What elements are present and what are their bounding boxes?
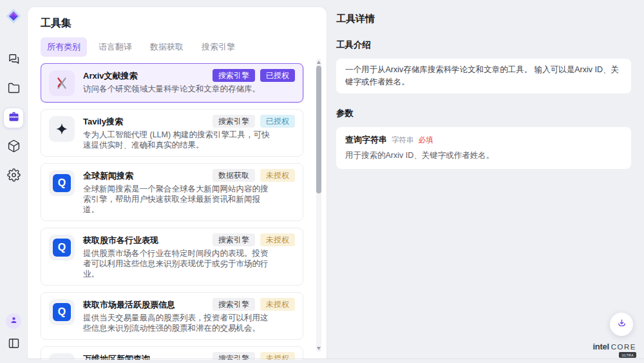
arxiv-icon xyxy=(54,75,70,91)
sidebar-item-chat[interactable] xyxy=(4,50,23,70)
tool-card[interactable]: 万维地区新闻查询 搜索引擎 未授权 查询具体行政区划内的新闻，快速了解各地新闻动 xyxy=(41,346,303,360)
panel-toggle-button[interactable] xyxy=(4,335,23,354)
tool-description: 全球新闻搜索是一个聚合全球各大新闻网站内容的搜索引擎，帮助用户快速获取全球最新资… xyxy=(83,184,295,215)
bottom-divider xyxy=(27,358,644,359)
param-name: 查询字符串 xyxy=(345,134,387,146)
cube-icon xyxy=(7,139,21,155)
toolbox-icon xyxy=(7,110,21,126)
sidebar-item-models[interactable] xyxy=(4,137,23,157)
tool-name: 全球新闻搜索 xyxy=(83,169,206,181)
user-avatar-icon xyxy=(9,315,19,328)
tool-category-badge: 搜索引擎 xyxy=(213,298,255,311)
intel-core-logo: intel core ULTRA xyxy=(593,342,636,358)
tool-auth-badge: 已授权 xyxy=(260,69,295,82)
tool-category-badge: 搜索引擎 xyxy=(213,69,255,82)
tool-auth-badge: 未授权 xyxy=(260,169,295,182)
tool-name: 获取股市各行业表现 xyxy=(83,233,206,246)
tool-description: 访问各个研究领域大量科学论文和文章的存储库。 xyxy=(83,84,295,94)
tool-icon xyxy=(49,70,75,96)
category-tab[interactable]: 语言翻译 xyxy=(92,37,138,57)
tool-name: Tavily搜索 xyxy=(83,115,206,127)
tool-description: 专为人工智能代理 (LLM) 构建的搜索引擎工具，可快速提供实时、准确和真实的结… xyxy=(83,130,295,150)
download-icon xyxy=(616,318,627,331)
tool-intro-text: 一个用于从Arxiv存储库搜索科学论文和文章的工具。 输入可以是Arxiv ID… xyxy=(336,59,631,93)
tool-auth-badge: 未授权 xyxy=(260,233,295,246)
tool-card[interactable]: Tavily搜索 搜索引擎 已授权 专为人工智能代理 (LLM) 构建的搜索引擎… xyxy=(41,109,303,157)
user-avatar[interactable] xyxy=(6,313,21,329)
qnews-icon: Q xyxy=(53,303,71,321)
parameter-item: 查询字符串 字符串 必填 用于搜索的Arxiv ID、关键字或作者姓名。 xyxy=(345,134,622,161)
toolset-panel: 工具集 所有类别语言翻译数据获取搜索引擎 Arxiv文献搜索 搜索引擎 已授权 … xyxy=(27,6,327,358)
gem-logo-icon xyxy=(5,8,22,25)
qnews-icon: Q xyxy=(53,174,71,192)
param-description: 用于搜索的Arxiv ID、关键字或作者姓名。 xyxy=(345,150,622,161)
param-type: 字符串 xyxy=(392,135,414,145)
tool-card[interactable]: Q 获取股市各行业表现 搜索引擎 未授权 提供股票市场各个行业在特定时间段内的表… xyxy=(41,228,303,286)
tool-card[interactable]: Q 获取市场最活跃股票信息 搜索引擎 未授权 提供当天交易量最高的股票列表，投资… xyxy=(41,292,303,340)
scroll-up-icon[interactable] xyxy=(317,61,321,64)
tool-auth-badge: 已授权 xyxy=(260,115,295,128)
tool-detail-panel: 工具详情 工具介绍 一个用于从Arxiv存储库搜索科学论文和文章的工具。 输入可… xyxy=(336,0,631,169)
sparkle-icon xyxy=(54,121,70,137)
tool-name: Arxiv文献搜索 xyxy=(83,69,206,81)
tool-icon: Q xyxy=(49,235,75,260)
tool-icon xyxy=(49,116,75,142)
page-title: 工具集 xyxy=(41,17,314,29)
category-tabs: 所有类别语言翻译数据获取搜索引擎 xyxy=(41,37,314,57)
download-button[interactable] xyxy=(610,313,633,336)
scroll-down-icon[interactable] xyxy=(317,347,321,350)
category-tab[interactable]: 所有类别 xyxy=(41,37,87,57)
tool-description: 提供股票市场各个行业在特定时间段内的表现。投资者可以利用这些信息来识别表现优于或… xyxy=(83,248,295,279)
scrollbar[interactable] xyxy=(316,59,321,352)
folder-icon xyxy=(7,81,21,97)
tool-name: 获取市场最活跃股票信息 xyxy=(83,298,206,310)
tool-card[interactable]: Arxiv文献搜索 搜索引擎 已授权 访问各个研究领域大量科学论文和文章的存储库… xyxy=(41,63,303,103)
tool-category-badge: 数据获取 xyxy=(213,169,255,182)
chat-icon xyxy=(7,52,21,68)
sidebar-item-files[interactable] xyxy=(4,79,23,99)
param-required-badge: 必填 xyxy=(419,135,433,145)
intro-heading: 工具介绍 xyxy=(336,39,631,51)
params-heading: 参数 xyxy=(336,108,631,119)
param-box: 查询字符串 字符串 必填 用于搜索的Arxiv ID、关键字或作者姓名。 xyxy=(336,127,631,169)
core-wordmark: core xyxy=(611,343,636,351)
qnews-icon: Q xyxy=(53,239,71,257)
panel-toggle-icon xyxy=(7,337,21,353)
tool-list: Arxiv文献搜索 搜索引擎 已授权 访问各个研究领域大量科学论文和文章的存储库… xyxy=(41,63,314,360)
sidebar-item-tools[interactable] xyxy=(4,108,23,128)
tool-category-badge: 搜索引擎 xyxy=(213,233,255,246)
tool-description: 提供当天交易量最高的股票列表，投资者可以利用这些信息来识别流动性强的股票和潜在的… xyxy=(83,313,295,333)
tool-icon: Q xyxy=(49,170,75,196)
category-tab[interactable]: 搜索引擎 xyxy=(195,37,242,57)
tool-card[interactable]: Q 全球新闻搜索 数据获取 未授权 全球新闻搜索是一个聚合全球各大新闻网站内容的… xyxy=(41,163,303,221)
ultra-badge: ULTRA xyxy=(619,352,636,358)
tool-category-badge: 搜索引擎 xyxy=(213,115,255,128)
sidebar-item-settings[interactable] xyxy=(4,166,23,186)
icon-rail xyxy=(0,0,27,363)
tool-auth-badge: 未授权 xyxy=(260,298,295,311)
intel-wordmark: intel xyxy=(593,342,609,351)
detail-title: 工具详情 xyxy=(336,13,631,25)
scrollbar-thumb[interactable] xyxy=(316,66,321,193)
category-tab[interactable]: 数据获取 xyxy=(144,37,190,57)
gear-icon xyxy=(7,168,21,184)
tool-icon: Q xyxy=(49,299,75,325)
